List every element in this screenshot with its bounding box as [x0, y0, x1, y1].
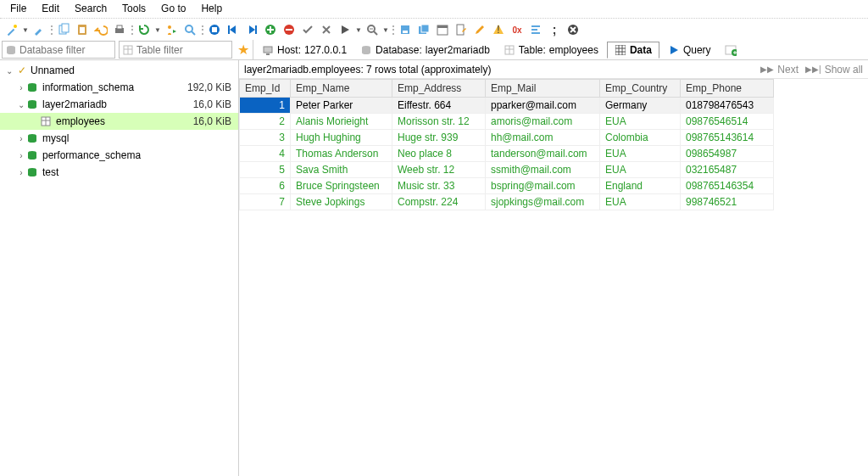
menu-goto[interactable]: Go to — [154, 1, 192, 16]
database-filter-input[interactable] — [2, 41, 115, 59]
tree-table[interactable]: employees 16,0 KiB — [0, 113, 238, 130]
col-header[interactable]: Emp_Country — [600, 80, 681, 98]
menu-edit[interactable]: Edit — [35, 1, 66, 16]
collapse-icon[interactable]: ⌄ — [15, 100, 27, 109]
cell[interactable]: 3 — [240, 130, 291, 146]
cell[interactable]: Colombia — [600, 130, 681, 146]
pencil-icon[interactable] — [471, 21, 488, 38]
collapse-icon[interactable]: ⌄ — [3, 66, 15, 76]
cell[interactable]: Thomas Anderson — [291, 146, 392, 162]
skip-first-icon[interactable] — [225, 21, 242, 38]
data-grid[interactable]: Emp_Id Emp_Name Emp_Address Emp_Mail Emp… — [239, 79, 868, 476]
tree-root[interactable]: ⌄ ✓ Unnamed — [0, 62, 238, 79]
cell[interactable]: Sava Smith — [291, 162, 392, 178]
cell[interactable]: tanderson@mail.com — [486, 146, 600, 162]
cell[interactable]: 018798476543 — [681, 98, 774, 114]
table-crumb[interactable]: Table: employees — [498, 42, 604, 58]
expand-icon[interactable]: › — [15, 151, 27, 160]
cell[interactable]: Peter Parker — [291, 98, 392, 114]
expand-icon[interactable]: › — [15, 134, 27, 143]
cell[interactable]: 2 — [240, 114, 291, 130]
doc-edit-icon[interactable] — [453, 21, 470, 38]
col-header[interactable]: Emp_Mail — [486, 80, 600, 98]
cell[interactable]: Weeb str. 12 — [392, 162, 486, 178]
reformat-icon[interactable] — [527, 21, 544, 38]
cell[interactable]: Huge str. 939 — [392, 130, 486, 146]
favorite-star-icon[interactable]: ★ — [234, 40, 253, 59]
cell[interactable]: EUA — [600, 162, 681, 178]
menu-file[interactable]: File — [3, 1, 33, 16]
cell[interactable]: England — [600, 178, 681, 194]
close-icon[interactable] — [565, 21, 581, 38]
menu-help[interactable]: Help — [194, 1, 229, 16]
check-icon[interactable] — [299, 21, 316, 38]
table-row[interactable]: 7Steve JopkingsCompstr. 224sjopkings@mai… — [240, 194, 774, 210]
menu-search[interactable]: Search — [68, 1, 114, 16]
tab-add[interactable] — [720, 42, 742, 58]
cell[interactable]: Alanis Morieight — [291, 114, 392, 130]
tree-db[interactable]: › test — [0, 164, 238, 181]
cell[interactable]: Morisson str. 12 — [392, 114, 486, 130]
cell[interactable]: pparker@mail.com — [486, 98, 600, 114]
wand-icon[interactable] — [3, 21, 20, 38]
copy-icon[interactable] — [55, 21, 72, 38]
cell[interactable]: 098765146354 — [681, 178, 774, 194]
cell[interactable]: EUA — [600, 146, 681, 162]
table-row[interactable]: 1Peter ParkerEiffestr. 664pparker@mail.c… — [240, 98, 774, 114]
cell[interactable]: Steve Jopkings — [291, 194, 392, 210]
cell[interactable]: bspring@mail.com — [486, 178, 600, 194]
cell[interactable]: 032165487 — [681, 162, 774, 178]
tree-db[interactable]: › mysql — [0, 130, 238, 147]
cell[interactable]: Compstr. 224 — [392, 194, 486, 210]
minus-icon[interactable] — [281, 21, 298, 38]
col-header[interactable]: Emp_Address — [392, 80, 486, 98]
cell[interactable]: Neo place 8 — [392, 146, 486, 162]
tab-query[interactable]: Query — [663, 42, 716, 58]
tree-db[interactable]: › performance_schema — [0, 147, 238, 164]
user-run-icon[interactable] — [163, 21, 180, 38]
cell[interactable]: 09876546514 — [681, 114, 774, 130]
table-row[interactable]: 4Thomas AndersonNeo place 8tanderson@mai… — [240, 146, 774, 162]
table-row[interactable]: 5Sava SmithWeeb str. 12ssmith@mail.comEU… — [240, 162, 774, 178]
refresh-icon[interactable] — [136, 21, 153, 38]
zoom-icon[interactable] — [364, 21, 381, 38]
cell[interactable]: 5 — [240, 162, 291, 178]
cell[interactable]: Bruce Springsteen — [291, 178, 392, 194]
cell[interactable]: 098654987 — [681, 146, 774, 162]
tree-db[interactable]: › information_schema 192,0 KiB — [0, 79, 238, 96]
save-all-icon[interactable] — [415, 21, 432, 38]
cell[interactable]: sjopkings@mail.com — [486, 194, 600, 210]
cell[interactable]: Hugh Hughing — [291, 130, 392, 146]
expand-icon[interactable]: › — [15, 168, 27, 177]
undo-icon[interactable] — [92, 21, 109, 38]
cell[interactable]: Music str. 33 — [392, 178, 486, 194]
show-all-button[interactable]: ▶▶| Show all — [805, 64, 863, 76]
table-row[interactable]: 2Alanis MorieightMorisson str. 12amoris@… — [240, 114, 774, 130]
tree-db[interactable]: ⌄ layer2mariadb 16,0 KiB — [0, 96, 238, 113]
tab-data[interactable]: Data — [607, 42, 659, 59]
host-crumb[interactable]: Host: 127.0.0.1 — [257, 42, 352, 58]
dropdown-icon[interactable]: ▼ — [22, 21, 29, 38]
database-crumb[interactable]: Database: layer2mariadb — [355, 42, 495, 58]
database-tree[interactable]: ⌄ ✓ Unnamed › information_schema 192,0 K… — [0, 60, 239, 476]
cell[interactable]: 1 — [240, 98, 291, 114]
semicolon-icon[interactable]: ; — [546, 21, 563, 38]
cell[interactable]: EUA — [600, 194, 681, 210]
cell[interactable]: amoris@mail.com — [486, 114, 600, 130]
table-row[interactable]: 3Hugh HughingHuge str. 939hh@mail.comCol… — [240, 130, 774, 146]
cell[interactable]: 4 — [240, 146, 291, 162]
cell[interactable]: 6 — [240, 178, 291, 194]
dropdown-icon[interactable]: ▼ — [355, 21, 362, 38]
dropdown-icon[interactable]: ▼ — [154, 21, 161, 38]
expand-icon[interactable]: › — [15, 83, 27, 92]
next-button[interactable]: ▶▶ Next — [760, 64, 798, 76]
table-filter-input[interactable] — [119, 41, 232, 59]
x-icon[interactable] — [318, 21, 335, 38]
col-header[interactable]: Emp_Name — [291, 80, 392, 98]
magnify-icon[interactable] — [181, 21, 198, 38]
plus-icon[interactable] — [262, 21, 279, 38]
hex-icon[interactable]: 0x — [509, 21, 526, 38]
menu-tools[interactable]: Tools — [115, 1, 153, 16]
skip-last-icon[interactable] — [243, 21, 260, 38]
cell[interactable]: hh@mail.com — [486, 130, 600, 146]
